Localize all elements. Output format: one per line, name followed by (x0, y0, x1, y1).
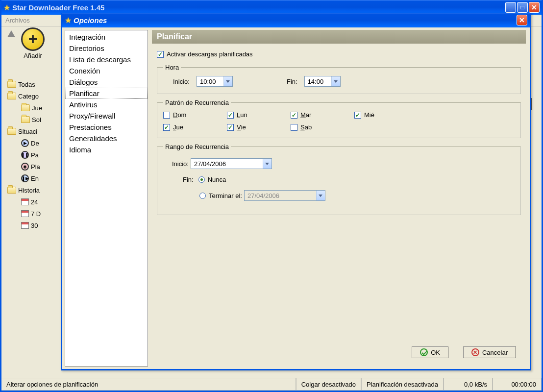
cross-icon: ✕ (471, 348, 479, 356)
calendar-icon (21, 222, 29, 229)
range-inicio-combo[interactable]: 27/04/2006 (191, 158, 272, 169)
enable-schedule-label: Activar descargas planificadas (167, 50, 253, 58)
cancel-button[interactable]: ✕ Cancelar (463, 346, 516, 358)
close-button[interactable]: ✕ (529, 2, 540, 13)
plus-icon: + (21, 27, 45, 51)
chevron-down-icon (331, 76, 340, 86)
menu-archivos[interactable]: Archivos (5, 17, 30, 24)
checkbox[interactable]: ✓ (354, 112, 361, 119)
enable-schedule-checkbox[interactable]: ✓ (157, 51, 164, 58)
fin-time-combo[interactable]: 14:00 (304, 76, 341, 87)
day-lun[interactable]: ✓Lun (227, 111, 291, 119)
fin-label: Fin: (287, 78, 297, 85)
checkbox[interactable]: ✓ (227, 124, 234, 131)
cat-conexion[interactable]: Conexión (65, 65, 148, 76)
checkbox[interactable]: ✓ (227, 112, 234, 119)
range-legend: Rango de Recurrencia (163, 143, 231, 150)
status-schedule: Planificación desactivada (361, 378, 444, 391)
cat-antivirus[interactable]: Antivirus (65, 99, 148, 110)
dialog-star-icon: ★ (65, 16, 72, 25)
dialog-titlebar: ★ Opciones ✕ (62, 13, 530, 27)
folder-icon (7, 81, 16, 88)
day-mar[interactable]: ✓Mar (291, 111, 354, 119)
cat-prestaciones[interactable]: Prestaciones (65, 122, 148, 133)
ok-button[interactable]: OK (412, 346, 448, 358)
dialog-title: Opciones (74, 16, 517, 24)
checkbox[interactable] (291, 124, 297, 131)
calendar-icon (21, 210, 29, 217)
pattern-legend: Patrón de Recurrencia (163, 99, 231, 106)
hora-fieldset: Hora Inicio: 10:00 Fin: 14:00 (157, 64, 521, 94)
chevron-down-icon (263, 159, 272, 169)
statusbar: Alterar opciones de planificación Colgar… (1, 378, 542, 391)
status-speed: 0,0 kB/s (444, 378, 493, 391)
nunca-label: Nunca (208, 176, 226, 183)
options-dialog: ★ Opciones ✕ Integración Directorios Lis… (61, 13, 531, 370)
checkbox[interactable]: ✓ (291, 112, 297, 119)
check-icon (420, 348, 428, 356)
checkbox[interactable] (163, 112, 170, 119)
range-inicio-label: Inicio: (172, 160, 189, 168)
day-mie[interactable]: ✓Mié (354, 111, 418, 119)
chevron-down-icon (316, 191, 325, 200)
folder-icon (7, 128, 16, 135)
cat-lista[interactable]: Lista de descargas (65, 54, 148, 65)
day-sab[interactable]: Sab (291, 123, 354, 131)
panel: Planificar ✓ Activar descargas planifica… (148, 27, 530, 369)
radio-nunca[interactable] (198, 176, 205, 183)
play-icon: ▶ (21, 139, 29, 147)
category-list: Integración Directorios Lista de descarg… (65, 30, 148, 367)
cat-integracion[interactable]: Integración (65, 31, 148, 43)
terminar-label: Terminar el: (209, 192, 242, 199)
folder-icon (21, 116, 30, 123)
folder-icon (7, 93, 16, 99)
inicio-label: Inicio: (173, 78, 190, 85)
folder-icon (21, 104, 30, 111)
add-label: Añadir (24, 52, 42, 59)
status-time: 00:00:00 (493, 378, 542, 391)
terminar-date-combo: 27/04/2006 (244, 190, 325, 201)
cat-dialogos[interactable]: Diálogos (65, 76, 148, 88)
folder-icon (7, 187, 16, 194)
pause-icon: ❚❚ (21, 151, 29, 159)
clock-icon: ◉ (21, 163, 29, 171)
status-hangup: Colgar desactivado (296, 378, 361, 391)
dialog-close-button[interactable]: ✕ (517, 15, 527, 25)
app-star-icon: ★ (3, 3, 10, 12)
checkbox[interactable]: ✓ (163, 124, 170, 131)
day-vie[interactable]: ✓Vie (227, 123, 291, 131)
dialog-buttons: OK ✕ Cancelar (152, 342, 526, 365)
status-message: Alterar opciones de planificación (1, 378, 296, 391)
chevron-down-icon (223, 76, 232, 86)
cat-idioma[interactable]: Idioma (65, 144, 148, 155)
playpause-icon: ❚▶ (21, 174, 29, 182)
minimize-button[interactable]: _ (505, 2, 516, 13)
enable-schedule-row: ✓ Activar descargas planificadas (157, 50, 521, 58)
cat-generalidades[interactable]: Generalidades (65, 133, 148, 144)
radio-terminar[interactable] (199, 193, 206, 199)
range-fieldset: Rango de Recurrencia Inicio: 27/04/2006 … (157, 143, 521, 215)
range-fin-label: Fin: (183, 176, 194, 183)
hora-legend: Hora (163, 64, 181, 71)
cat-planificar[interactable]: Planificar (65, 88, 148, 99)
cat-proxy[interactable]: Proxy/Firewall (65, 110, 148, 122)
calendar-icon (21, 198, 29, 205)
cat-directorios[interactable]: Directorios (65, 43, 148, 54)
day-jue[interactable]: ✓Jue (163, 123, 227, 131)
panel-title: Planificar (152, 30, 526, 44)
main-title: Star Downloader Free 1.45 (12, 3, 505, 12)
maximize-button[interactable]: □ (517, 2, 528, 13)
day-dom[interactable]: Dom (163, 111, 227, 119)
pointer-icon (7, 30, 15, 37)
pattern-fieldset: Patrón de Recurrencia Dom ✓Lun ✓Mar ✓Mié… (157, 99, 521, 138)
add-button[interactable]: + Añadir (21, 27, 45, 59)
inicio-time-combo[interactable]: 10:00 (197, 76, 233, 87)
